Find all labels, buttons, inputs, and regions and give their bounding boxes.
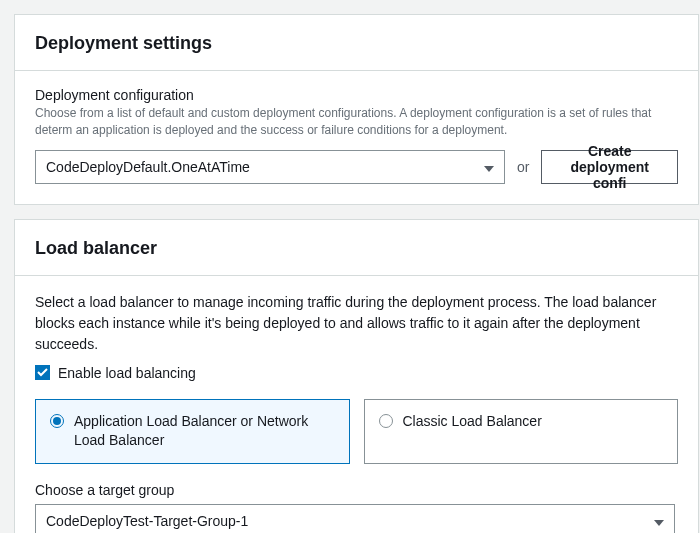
lb-type-option-classic[interactable]: Classic Load Balancer bbox=[364, 399, 679, 464]
load-balancer-title: Load balancer bbox=[15, 220, 698, 276]
deployment-config-value: CodeDeployDefault.OneAtATime bbox=[46, 159, 250, 175]
target-group-value: CodeDeployTest-Target-Group-1 bbox=[46, 513, 248, 529]
enable-load-balancing-label: Enable load balancing bbox=[58, 365, 196, 381]
target-group-select-wrap: CodeDeployTest-Target-Group-1 bbox=[35, 504, 675, 533]
lb-type-option-alb-nlb[interactable]: Application Load Balancer or Network Loa… bbox=[35, 399, 350, 464]
deployment-settings-title: Deployment settings bbox=[15, 15, 698, 71]
or-text: or bbox=[517, 159, 529, 175]
deployment-config-select[interactable]: CodeDeployDefault.OneAtATime bbox=[35, 150, 505, 184]
enable-load-balancing-checkbox[interactable] bbox=[35, 365, 50, 380]
caret-down-icon bbox=[484, 159, 494, 175]
deployment-settings-body: Deployment configuration Choose from a l… bbox=[15, 71, 698, 204]
deployment-config-row: CodeDeployDefault.OneAtATime or Create d… bbox=[35, 150, 678, 184]
radio-icon bbox=[379, 414, 393, 428]
radio-icon bbox=[50, 414, 64, 428]
lb-type-option-label: Application Load Balancer or Network Loa… bbox=[74, 412, 335, 451]
create-deployment-config-button[interactable]: Create deployment confi bbox=[541, 150, 678, 184]
lb-type-option-label: Classic Load Balancer bbox=[403, 412, 542, 432]
deployment-config-label: Deployment configuration bbox=[35, 87, 678, 103]
lb-type-radio-group: Application Load Balancer or Network Loa… bbox=[35, 399, 678, 464]
deployment-config-select-wrap: CodeDeployDefault.OneAtATime bbox=[35, 150, 505, 184]
load-balancer-panel: Load balancer Select a load balancer to … bbox=[14, 219, 699, 533]
deployment-config-help: Choose from a list of default and custom… bbox=[35, 105, 678, 140]
target-group-select[interactable]: CodeDeployTest-Target-Group-1 bbox=[35, 504, 675, 533]
load-balancer-body: Select a load balancer to manage incomin… bbox=[15, 276, 698, 533]
check-icon bbox=[37, 368, 48, 377]
caret-down-icon bbox=[654, 513, 664, 529]
enable-load-balancing-row: Enable load balancing bbox=[35, 365, 678, 381]
load-balancer-description: Select a load balancer to manage incomin… bbox=[35, 292, 678, 355]
target-group-label: Choose a target group bbox=[35, 482, 678, 498]
deployment-settings-panel: Deployment settings Deployment configura… bbox=[14, 14, 699, 205]
